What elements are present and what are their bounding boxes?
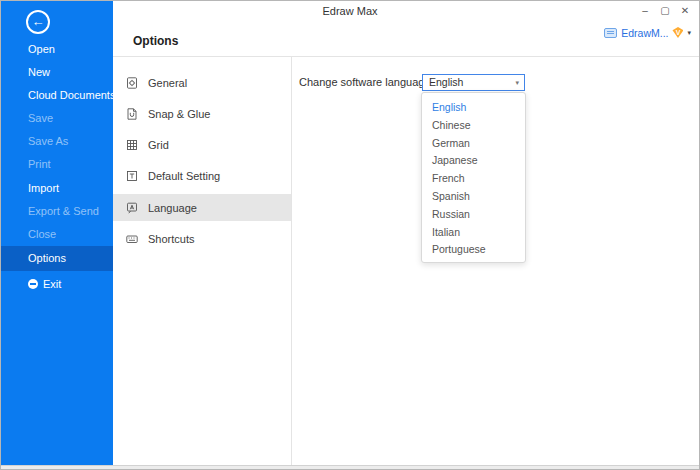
- language-icon: [126, 202, 138, 214]
- dropdown-option-english[interactable]: English: [422, 99, 525, 117]
- sidebar-item-label: Print: [28, 158, 51, 170]
- sidebar-item-label: Save: [28, 112, 53, 124]
- language-select-value: English: [429, 76, 463, 88]
- sidebar-item-label: Import: [28, 182, 59, 194]
- sidebar-item-save-as[interactable]: Save As: [1, 130, 113, 153]
- options-nav-item-general[interactable]: General: [113, 69, 291, 96]
- sidebar-item-label: Cloud Documents: [28, 89, 115, 101]
- options-nav-label: Shortcuts: [148, 233, 194, 245]
- sidebar-item-new[interactable]: New: [1, 61, 113, 84]
- window-bottom-border: [1, 465, 699, 469]
- vertical-divider: [291, 57, 292, 465]
- dropdown-option-german[interactable]: German: [422, 135, 525, 153]
- sidebar-item-export-send[interactable]: Export & Send: [1, 200, 113, 223]
- options-nav-item-language[interactable]: Language: [113, 194, 291, 221]
- back-button[interactable]: ←: [26, 10, 50, 34]
- chat-bubble-icon[interactable]: [604, 28, 617, 38]
- sidebar-item-label: Options: [28, 252, 66, 264]
- options-nav-label: Language: [148, 202, 197, 214]
- options-nav-label: General: [148, 77, 187, 89]
- file-menu-sidebar: ← Open New Cloud Documents Save Save As …: [1, 1, 113, 466]
- sidebar-item-close[interactable]: Close: [1, 223, 113, 246]
- options-nav-item-default-setting[interactable]: Default Setting: [113, 162, 291, 189]
- sidebar-item-open[interactable]: Open: [1, 38, 113, 61]
- sidebar-item-print[interactable]: Print: [1, 153, 113, 176]
- maximize-button[interactable]: ▢: [655, 3, 675, 19]
- dropdown-option-chinese[interactable]: Chinese: [422, 117, 525, 135]
- sidebar-item-label: Exit: [43, 278, 61, 290]
- default-setting-icon: [126, 170, 138, 182]
- snap-glue-icon: [126, 108, 138, 120]
- vip-badge-icon[interactable]: V: [672, 27, 683, 38]
- back-arrow-icon: ←: [32, 14, 45, 29]
- sidebar-item-cloud-documents[interactable]: Cloud Documents: [1, 84, 113, 107]
- shortcuts-icon: [126, 233, 138, 245]
- exit-icon: [28, 279, 38, 289]
- sidebar-item-label: Close: [28, 228, 56, 240]
- sidebar-item-label: Open: [28, 43, 55, 55]
- options-nav-label: Grid: [148, 139, 169, 151]
- sidebar-item-save[interactable]: Save: [1, 107, 113, 130]
- options-nav-item-grid[interactable]: Grid: [113, 131, 291, 158]
- horizontal-divider: [113, 56, 699, 57]
- dropdown-option-spanish[interactable]: Spanish: [422, 188, 525, 206]
- dropdown-option-italian[interactable]: Italian: [422, 224, 525, 242]
- dropdown-option-portuguese[interactable]: Portuguese: [422, 241, 525, 259]
- account-area[interactable]: EdrawM... V ▾: [604, 25, 691, 40]
- chevron-down-icon: ▾: [515, 75, 519, 90]
- minimize-button[interactable]: –: [635, 3, 655, 19]
- sidebar-item-label: Export & Send: [28, 205, 99, 217]
- chevron-down-icon[interactable]: ▾: [687, 29, 691, 37]
- options-nav-item-shortcuts[interactable]: Shortcuts: [113, 225, 291, 252]
- sidebar-item-exit[interactable]: Exit: [1, 273, 113, 296]
- page-title: Options: [133, 34, 178, 48]
- options-nav-label: Default Setting: [148, 170, 220, 182]
- dropdown-option-french[interactable]: French: [422, 170, 525, 188]
- options-nav-label: Snap & Glue: [148, 108, 210, 120]
- language-select[interactable]: English ▾: [422, 74, 525, 91]
- sidebar-item-label: Save As: [28, 135, 68, 147]
- language-dropdown-list: English Chinese German Japanese French S…: [421, 92, 526, 263]
- app-window: Edraw Max – ▢ ✕ EdrawM... V ▾ ← Open New…: [0, 0, 700, 470]
- options-nav-item-snap-glue[interactable]: Snap & Glue: [113, 100, 291, 127]
- account-name[interactable]: EdrawM...: [621, 27, 668, 39]
- change-language-label: Change software language:: [299, 76, 434, 88]
- grid-icon: [126, 139, 138, 151]
- dropdown-option-russian[interactable]: Russian: [422, 206, 525, 224]
- window-controls: – ▢ ✕: [635, 3, 695, 19]
- sidebar-item-import[interactable]: Import: [1, 177, 113, 200]
- dropdown-option-japanese[interactable]: Japanese: [422, 152, 525, 170]
- general-icon: [126, 77, 138, 89]
- close-button[interactable]: ✕: [675, 3, 695, 19]
- sidebar-item-options[interactable]: Options: [1, 246, 113, 271]
- sidebar-item-label: New: [28, 66, 50, 78]
